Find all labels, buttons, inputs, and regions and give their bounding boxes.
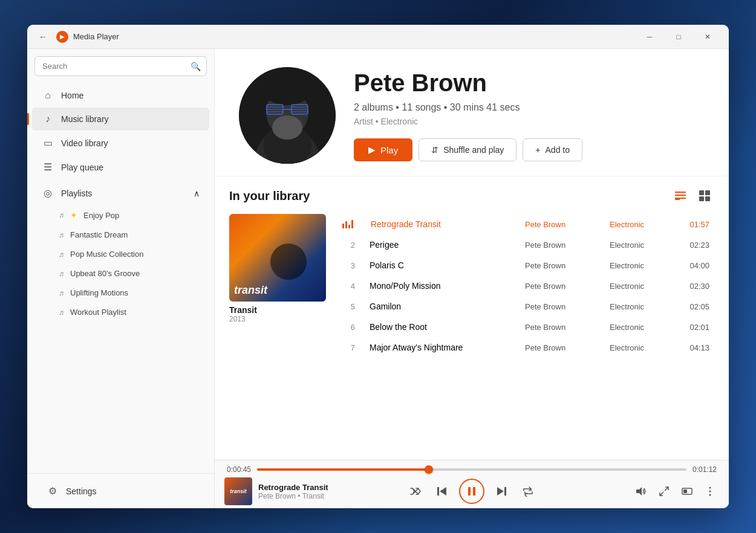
song-duration: 02:23 — [682, 241, 709, 250]
expand-button[interactable] — [655, 482, 673, 500]
playlist-item-workout-playlist[interactable]: ♬ Workout Playlist — [32, 303, 209, 321]
song-duration: 02:05 — [682, 302, 709, 311]
search-box: 🔍 — [34, 56, 207, 76]
svg-rect-18 — [675, 198, 686, 199]
playlists-header[interactable]: ◎ Playlists ∧ — [32, 181, 209, 205]
song-title: Perigee — [370, 240, 519, 250]
playlists-label: Playlists — [61, 189, 92, 198]
playlist-icon-3: ♬ — [59, 250, 64, 259]
next-button[interactable] — [492, 482, 511, 501]
pause-button[interactable] — [459, 479, 484, 504]
queue-icon: ☰ — [42, 161, 54, 173]
sidebar-item-video-library-label: Video library — [61, 138, 108, 148]
playlist-item-fantastic-dream[interactable]: ♬ Fantastic Dream — [32, 225, 209, 244]
list-view-button[interactable] — [671, 186, 690, 205]
song-list: Retrograde Transit Pete Brown Electronic… — [336, 214, 714, 358]
repeat-button[interactable] — [518, 482, 538, 501]
table-row[interactable]: 5 Gamilon Pete Brown Electronic 02:05 — [336, 296, 714, 317]
song-artist: Pete Brown — [525, 302, 604, 311]
svg-marker-30 — [636, 487, 642, 496]
svg-rect-23 — [705, 196, 710, 201]
table-row[interactable]: 7 Major Atway's Nightmare Pete Brown Ele… — [336, 337, 714, 358]
playlist-icon-6: ♬ — [59, 308, 64, 317]
mini-view-button[interactable] — [678, 482, 696, 500]
titlebar-controls: ─ □ ✕ — [636, 27, 722, 47]
playlist-workout-label: Workout Playlist — [70, 308, 126, 317]
shuffle-play-button[interactable]: ⇵ Shuffle and play — [419, 138, 516, 161]
song-number: 6 — [341, 323, 355, 332]
playlist-icon-5: ♬ — [59, 289, 64, 297]
back-button[interactable]: ← — [34, 28, 51, 45]
table-row[interactable]: Retrograde Transit Pete Brown Electronic… — [336, 214, 714, 234]
table-row[interactable]: 3 Polaris C Pete Brown Electronic 04:00 — [336, 255, 714, 276]
song-number: 2 — [341, 241, 355, 250]
add-icon: + — [535, 145, 540, 155]
sidebar-item-settings[interactable]: ⚙ Settings — [37, 479, 204, 503]
sidebar-item-home[interactable]: ⌂ Home — [32, 84, 209, 107]
table-row[interactable]: 2 Perigee Pete Brown Electronic 02:23 — [336, 234, 714, 255]
playlist-item-uplifting-motions[interactable]: ♬ Uplifting Motions — [32, 283, 209, 302]
content-area: Pete Brown 2 albums • 11 songs • 30 mins… — [215, 49, 729, 508]
titlebar-left: ← ▶ Media Player — [34, 28, 119, 45]
album-card[interactable]: transit Transit 2013 — [229, 214, 326, 358]
song-genre: Electronic — [610, 282, 676, 291]
progress-fill — [257, 468, 429, 471]
titlebar: ← ▶ Media Player ─ □ ✕ — [27, 25, 729, 49]
add-to-button[interactable]: + Add to — [523, 138, 582, 161]
volume-button[interactable] — [632, 482, 650, 500]
artist-genre: Artist • Electronic — [354, 117, 705, 126]
sidebar-item-music-library[interactable]: ♪ Music library — [32, 108, 209, 131]
table-row[interactable]: 6 Below the Root Pete Brown Electronic 0… — [336, 317, 714, 337]
sidebar-item-play-queue-label: Play queue — [61, 163, 103, 172]
song-title: Gamilon — [370, 302, 519, 311]
song-duration: 02:01 — [682, 323, 709, 332]
song-artist: Pete Brown — [525, 282, 604, 291]
song-number: 5 — [341, 302, 355, 311]
svg-rect-17 — [675, 195, 686, 196]
shuffle-button[interactable] — [406, 482, 425, 501]
song-duration: 01:57 — [682, 220, 709, 229]
song-duration: 04:00 — [682, 261, 709, 270]
grid-view-button[interactable] — [695, 186, 714, 205]
equalizer-bars — [342, 220, 353, 228]
playlist-item-upbeat-80s[interactable]: ♬ Upbeat 80's Groove — [32, 264, 209, 283]
playlist-icon-4: ♬ — [59, 270, 64, 278]
sidebar-item-play-queue[interactable]: ☰ Play queue — [32, 155, 209, 179]
table-row[interactable]: 4 Mono/Poly Mission Pete Brown Electroni… — [336, 276, 714, 296]
artist-info: Pete Brown 2 albums • 11 songs • 30 mins… — [354, 69, 705, 161]
settings-icon: ⚙ — [47, 485, 59, 497]
minimize-button[interactable]: ─ — [636, 27, 663, 47]
svg-line-31 — [665, 487, 668, 491]
playlist-icon: ♬ — [59, 211, 64, 219]
song-artist: Pete Brown — [525, 261, 604, 270]
sidebar-item-music-library-label: Music library — [61, 114, 109, 124]
svg-point-5 — [266, 83, 308, 105]
play-button[interactable]: ▶ Play — [354, 138, 412, 161]
progress-track[interactable] — [257, 468, 686, 471]
svg-rect-16 — [675, 192, 686, 193]
close-button[interactable]: ✕ — [694, 27, 722, 47]
svg-rect-22 — [699, 196, 704, 201]
nav-items: ⌂ Home ♪ Music library ▭ Video library ☰… — [27, 83, 214, 473]
svg-rect-28 — [504, 487, 506, 496]
song-genre: Electronic — [610, 241, 676, 250]
album-year: 2013 — [229, 315, 326, 323]
svg-rect-21 — [705, 190, 710, 195]
library-title: In your library — [229, 189, 310, 203]
more-options-button[interactable] — [701, 482, 719, 500]
maximize-button[interactable]: □ — [665, 27, 692, 47]
music-icon: ♪ — [42, 114, 54, 124]
playlist-item-pop-music-collection[interactable]: ♬ Pop Music Collection — [32, 245, 209, 263]
artist-header: Pete Brown 2 albums • 11 songs • 30 mins… — [215, 49, 729, 176]
song-genre: Electronic — [610, 220, 676, 229]
sidebar-item-video-library[interactable]: ▭ Video library — [32, 131, 209, 155]
video-icon: ▭ — [42, 137, 54, 149]
previous-button[interactable] — [432, 482, 452, 501]
playlist-item-enjoy-pop[interactable]: ♬ ✦ Enjoy Pop — [32, 205, 209, 225]
album-art: transit — [229, 214, 326, 302]
search-input[interactable] — [34, 56, 207, 76]
current-time: 0:00:45 — [224, 465, 251, 474]
progress-area: 0:00:45 0:01:12 — [215, 460, 729, 475]
playlist-uplifting-motions-label: Uplifting Motions — [70, 288, 128, 297]
album-art-text: transit — [234, 284, 267, 297]
